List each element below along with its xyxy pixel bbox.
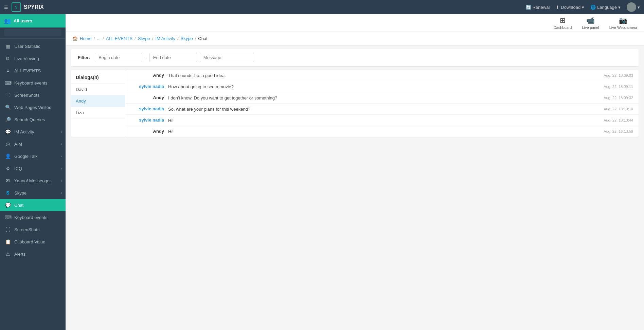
sidebar-item-screenshots-2[interactable]: ⛶ ScreenShots [0, 223, 66, 236]
chat-container: Dialogs(4) David Andy Liza Andy That sou… [71, 70, 639, 137]
download-icon: ⬇ [556, 5, 559, 10]
message-time-4: Aug. 22, 18:13:44 [600, 117, 633, 122]
dialog-item-liza[interactable]: Liza [71, 107, 125, 118]
messages-panel: Andy That sounds like a good idea. Aug. … [125, 70, 639, 137]
sidebar-item-chat[interactable]: 💬 Chat [0, 199, 66, 211]
language-button[interactable]: 🌐 Language ▾ [590, 5, 621, 10]
filter-label: Filter: [78, 55, 90, 60]
message-row: Andy That sounds like a good idea. Aug. … [125, 70, 639, 81]
aim-icon: ◎ [5, 141, 11, 147]
sidebar-item-live-viewing[interactable]: 🖥 Live Viewing [0, 52, 66, 65]
screenshots-2-icon: ⛶ [5, 227, 11, 232]
message-row: Andy Hi! Aug. 22, 16:13:59 [125, 126, 639, 137]
keyboard-events-icon: ⌨ [5, 80, 11, 86]
user-avatar [627, 2, 636, 12]
content-area: ⊞ Dashboard 📹 Live panel 📷 Live Webcamer… [66, 14, 644, 330]
keyboard-events-2-icon: ⌨ [5, 215, 11, 220]
download-button[interactable]: ⬇ Download ▾ [556, 5, 584, 10]
sidebar-item-google-talk[interactable]: 👤 Google Talk › [0, 150, 66, 162]
sidebar-item-search-queries[interactable]: 🔎 Search Queries [0, 113, 66, 126]
sidebar-item-icq[interactable]: ⚙ ICQ › [0, 162, 66, 175]
breadcrumb-home[interactable]: Home [80, 36, 92, 41]
message-text-5: Hi! [168, 129, 600, 134]
message-sender-2: Andy [131, 95, 168, 100]
message-text-4: Hi! [168, 117, 600, 123]
sidebar-item-keyboard-events-2[interactable]: ⌨ Keyboard events [0, 211, 66, 223]
breadcrumb-im-activity[interactable]: IM Activity [155, 36, 175, 41]
sidebar-item-yahoo[interactable]: ✉ Yahoo! Messenger › [0, 175, 66, 187]
topbar: ☰ S SPYRIX 🔄 Renewal ⬇ Download ▾ 🌐 Lang… [0, 0, 644, 14]
message-text-3: So, what are your plans for this weekend… [168, 106, 600, 112]
renewal-icon: 🔄 [526, 5, 531, 10]
language-chevron-icon: ▾ [618, 5, 621, 10]
begin-date-input[interactable] [95, 53, 142, 62]
renewal-button[interactable]: 🔄 Renewal [526, 5, 550, 10]
sidebar-item-user-statistic[interactable]: ▦ User Statistic [0, 40, 66, 52]
message-row: sylvie nadia So, what are your plans for… [125, 104, 639, 115]
live-panel-button[interactable]: 📹 Live panel [582, 16, 599, 30]
dashboard-button[interactable]: ⊞ Dashboard [554, 16, 572, 30]
sidebar-item-keyboard-events[interactable]: ⌨ Keyboard events [0, 77, 66, 89]
user-menu-button[interactable]: ▾ [627, 2, 640, 12]
dialog-item-david[interactable]: David [71, 84, 125, 95]
language-flag-icon: 🌐 [590, 5, 596, 10]
filter-date-separator: - [145, 55, 147, 60]
skype-icon: S [5, 190, 11, 196]
user-blurred-name [4, 29, 61, 36]
sidebar-item-screenshots[interactable]: ⛶ ScreenShots [0, 89, 66, 101]
breadcrumb-current: Chat [198, 36, 207, 41]
user-chevron-icon: ▾ [638, 5, 640, 10]
end-date-input[interactable] [149, 53, 197, 62]
im-activity-icon: 💬 [5, 129, 11, 134]
dialogs-panel: Dialogs(4) David Andy Liza [71, 70, 125, 137]
breadcrumb-sep-2: / [103, 36, 104, 41]
aim-arrow-icon: › [61, 142, 62, 146]
yahoo-arrow-icon: › [61, 179, 62, 183]
message-sender-0: Andy [131, 73, 168, 78]
live-webcamera-button[interactable]: 📷 Live Webcamera [609, 16, 637, 30]
sidebar-item-skype[interactable]: S Skype › [0, 187, 66, 199]
all-users-section[interactable]: 👥 All users [0, 14, 66, 28]
message-row: Andy I don't know. Do you want to get to… [125, 92, 639, 104]
sidebar-item-alerts[interactable]: ⚠ Alerts [0, 248, 66, 260]
sidebar-item-im-activity[interactable]: 💬 IM Activity › [0, 126, 66, 138]
filter-bar: Filter: - [71, 49, 639, 67]
hamburger-menu[interactable]: ☰ [4, 5, 8, 10]
message-time-5: Aug. 22, 16:13:59 [600, 129, 633, 133]
dashboard-icon: ⊞ [560, 16, 566, 24]
message-row: sylvie nadia Hi! Aug. 22, 18:13:44 [125, 115, 639, 126]
im-activity-arrow-icon: › [61, 130, 62, 134]
breadcrumb: 🏠 Home / ... / ALL EVENTS / Skype / IM A… [66, 32, 644, 45]
breadcrumb-skype[interactable]: Skype [138, 36, 150, 41]
message-filter-input[interactable] [200, 53, 254, 62]
live-webcamera-icon: 📷 [619, 16, 627, 24]
message-sender-4: sylvie nadia [131, 117, 168, 123]
message-text-0: That sounds like a good idea. [168, 73, 600, 78]
panel-bar: ⊞ Dashboard 📹 Live panel 📷 Live Webcamer… [66, 14, 644, 32]
breadcrumb-user[interactable]: ... [97, 36, 101, 41]
sidebar-item-clipboard[interactable]: 📋 Clipboard Value [0, 236, 66, 248]
logo-icon: S [12, 2, 21, 12]
alerts-icon: ⚠ [5, 251, 11, 257]
user-statistic-icon: ▦ [5, 43, 11, 49]
screenshots-icon: ⛶ [5, 92, 11, 98]
logo-text: SPYRIX [24, 4, 44, 10]
live-viewing-icon: 🖥 [5, 56, 11, 61]
live-panel-icon: 📹 [586, 16, 595, 24]
all-users-label: All users [14, 18, 32, 23]
clipboard-icon: 📋 [5, 239, 11, 244]
breadcrumb-all-events[interactable]: ALL EVENTS [106, 36, 132, 41]
home-icon: 🏠 [72, 36, 78, 41]
yahoo-icon: ✉ [5, 178, 11, 183]
breadcrumb-sep-5: / [177, 36, 179, 41]
icq-arrow-icon: › [61, 166, 62, 170]
sidebar: 👥 All users ▦ User Statistic 🖥 Live View… [0, 14, 66, 330]
main-layout: 👥 All users ▦ User Statistic 🖥 Live View… [0, 14, 644, 330]
dialogs-header: Dialogs(4) [71, 70, 125, 84]
dialog-item-andy[interactable]: Andy [71, 95, 125, 107]
all-events-icon: ≡ [5, 68, 11, 73]
breadcrumb-skype2[interactable]: Skype [181, 36, 193, 41]
sidebar-item-all-events[interactable]: ≡ ALL EVENTS [0, 65, 66, 77]
sidebar-item-aim[interactable]: ◎ AIM › [0, 138, 66, 150]
sidebar-item-web-pages[interactable]: 🔍 Web Pages Visited [0, 101, 66, 113]
